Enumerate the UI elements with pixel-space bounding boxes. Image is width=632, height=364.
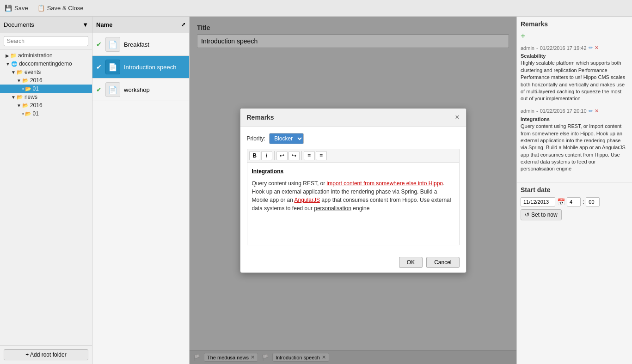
sidebar-item-label: 2016: [30, 102, 43, 109]
set-to-now-button[interactable]: ↺ Set to now: [521, 209, 562, 220]
sidebar-search-area: [0, 33, 92, 49]
doc-item-breakfast[interactable]: ✔ 📄 Breakfast: [92, 33, 189, 56]
sidebar: Documents ▼ ▶ 📁 administration ▼ 🌐 docco…: [0, 17, 92, 364]
cancel-button[interactable]: Cancel: [426, 257, 459, 268]
save-icon: 💾: [5, 5, 12, 12]
sidebar-item-doccommentingdemo[interactable]: ▼ 🌐 doccommentingdemo: [0, 60, 92, 68]
editor-content[interactable]: Integrations Query content using REST, o…: [247, 162, 460, 245]
sidebar-item-label: 01: [33, 85, 39, 92]
sidebar-item-events-2016-01[interactable]: • 📂 01: [0, 85, 92, 93]
add-remark-button[interactable]: +: [521, 31, 628, 41]
save-close-button[interactable]: 📋 Save & Close: [37, 5, 84, 12]
priority-label: Priority:: [247, 135, 266, 142]
check-icon: ✔: [96, 86, 102, 93]
calendar-icon[interactable]: 📅: [557, 198, 565, 206]
remark-header-0: admin - 01/22/2016 17:19:42 ✏ ✕: [521, 45, 628, 51]
doc-item-name: Introduction speech: [124, 64, 176, 71]
sidebar-item-label: doccommentingdemo: [19, 61, 72, 67]
remark-author-1: admin: [521, 108, 534, 114]
sidebar-title: Documents: [4, 21, 34, 28]
folder-icon: 📂: [22, 103, 29, 109]
content-area: Title Remarks × Priority: Blocker Critic…: [190, 17, 516, 364]
sidebar-item-news-2016[interactable]: ▼ 📂 2016: [0, 101, 92, 109]
doc-item-introduction[interactable]: ✔ 📄 Introduction speech: [92, 56, 189, 79]
remark-entry-1: admin - 01/22/2016 17:20:10 ✏ ✕ Integrat…: [521, 108, 628, 173]
add-root-folder-button[interactable]: + Add root folder: [4, 349, 88, 360]
undo-button[interactable]: ↩: [276, 151, 288, 160]
unordered-list-button[interactable]: ≡: [316, 151, 327, 160]
sidebar-footer: + Add root folder: [0, 345, 92, 364]
remark-edit-button-0[interactable]: ✏: [589, 45, 593, 51]
search-input[interactable]: [4, 36, 88, 46]
sidebar-item-news[interactable]: ▼ 📂 news: [0, 93, 92, 101]
priority-select[interactable]: Blocker Critical Major Minor Trivial: [269, 133, 304, 144]
modal-title: Remarks: [247, 114, 274, 121]
redo-button[interactable]: ↪: [288, 151, 300, 160]
doc-item-workshop[interactable]: ✔ 📄 workshop: [92, 79, 189, 101]
minute-input[interactable]: [586, 197, 600, 206]
sidebar-item-news-2016-01[interactable]: • 📂 01: [0, 109, 92, 118]
sidebar-item-label: events: [25, 69, 41, 75]
doc-list-header: Name ⤢: [92, 17, 189, 33]
arrow-icon: ▼: [6, 61, 10, 67]
remark-text-1: Integrations Query content using REST, o…: [521, 116, 628, 173]
doc-icon: 📄: [105, 37, 120, 52]
doc-icon: 📄: [105, 60, 120, 74]
italic-button[interactable]: I: [261, 151, 272, 160]
start-date-title: Start date: [521, 186, 628, 194]
modal-body: Priority: Blocker Critical Major Minor T…: [240, 127, 466, 252]
editor-toolbar: B I ↩ ↪ ≡ ≡: [247, 149, 460, 162]
sidebar-item-events[interactable]: ▼ 📂 events: [0, 68, 92, 76]
arrow-icon: ▼: [11, 95, 16, 100]
hour-input[interactable]: [567, 197, 581, 206]
editor-link-3: personalisation: [314, 205, 351, 212]
flag-folder-icon: 🌐: [11, 61, 18, 67]
refresh-icon: ↺: [525, 212, 529, 218]
folder-icon: 📂: [25, 86, 31, 92]
arrow-icon: •: [22, 86, 24, 91]
folder-icon: 📁: [10, 53, 17, 59]
doc-item-name: workshop: [124, 86, 150, 93]
folder-icon: 📂: [17, 94, 23, 100]
date-input[interactable]: [521, 197, 555, 206]
remark-edit-button-1[interactable]: ✏: [589, 108, 593, 114]
editor-link-1: import content from somewhere else into …: [327, 180, 443, 187]
save-close-icon: 📋: [37, 5, 45, 12]
folder-icon: 📂: [25, 111, 31, 117]
ordered-list-button[interactable]: ≡: [304, 151, 315, 160]
modal-overlay: Remarks × Priority: Blocker Critical Maj…: [190, 17, 516, 364]
remark-date-0: 01/22/2016 17:19:42: [540, 45, 587, 51]
separator: [274, 151, 275, 160]
remark-date-1: 01/22/2016 17:20:10: [540, 108, 587, 114]
start-date-section: Start date 📅 : ↺ Set to now: [517, 182, 632, 224]
bold-button[interactable]: B: [249, 151, 260, 160]
arrow-icon: ▼: [17, 103, 21, 108]
remark-entry-0: admin - 01/22/2016 17:19:42 ✏ ✕ Scalabil…: [521, 45, 628, 103]
folder-icon: 📂: [17, 69, 23, 75]
sidebar-item-label: news: [25, 94, 37, 100]
sidebar-item-label: administration: [18, 52, 53, 59]
folder-icon: 📂: [22, 78, 29, 84]
sidebar-item-events-2016[interactable]: ▼ 📂 2016: [0, 76, 92, 85]
time-separator: :: [583, 199, 584, 205]
sidebar-tree: ▶ 📁 administration ▼ 🌐 doccommentingdemo…: [0, 49, 92, 345]
priority-row: Priority: Blocker Critical Major Minor T…: [247, 133, 460, 144]
doc-list-title: Name: [96, 21, 112, 28]
remark-text-0: Scalability Highly scalable platform whi…: [521, 53, 628, 103]
check-icon: ✔: [96, 63, 102, 71]
sidebar-item-administration[interactable]: ▶ 📁 administration: [0, 51, 92, 60]
ok-button[interactable]: OK: [399, 257, 423, 268]
save-button[interactable]: 💾 Save: [5, 5, 28, 12]
remark-delete-button-1[interactable]: ✕: [595, 108, 599, 114]
remarks-title: Remarks: [521, 20, 628, 28]
remark-author-0: admin: [521, 45, 534, 51]
arrow-icon: ▼: [11, 70, 16, 75]
modal-close-button[interactable]: ×: [455, 113, 459, 121]
sidebar-header: Documents ▼: [0, 17, 92, 33]
doc-item-name: Breakfast: [124, 41, 149, 48]
remarks-modal: Remarks × Priority: Blocker Critical Maj…: [240, 108, 466, 273]
remark-delete-button-0[interactable]: ✕: [595, 45, 599, 51]
right-panel: Remarks + admin - 01/22/2016 17:19:42 ✏ …: [516, 17, 632, 364]
remark-text-title-1: Integrations: [521, 116, 550, 122]
editor-text-1: Query content using REST, or: [252, 180, 327, 187]
